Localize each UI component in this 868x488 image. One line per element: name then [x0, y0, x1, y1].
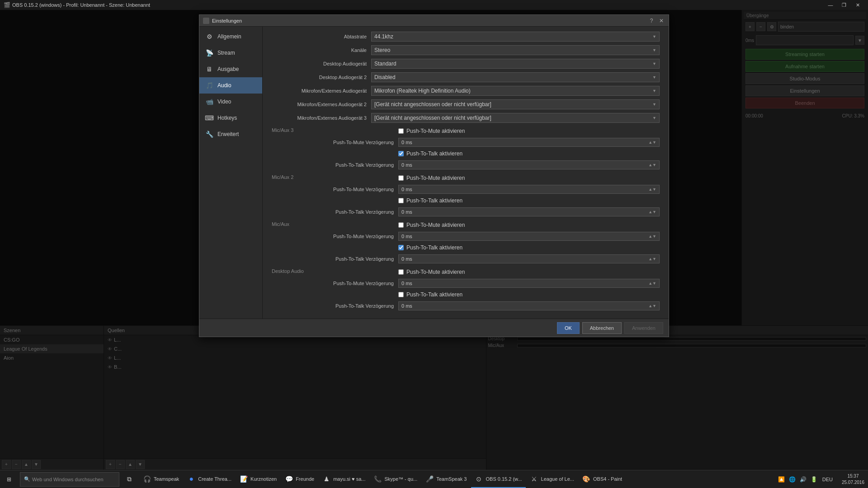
mic-aux2-content: Push-To-Mute aktivieren Push-To-Mute Ver… — [308, 173, 660, 218]
ts3-label: TeamSpeak 3 — [436, 476, 467, 482]
abtastrate-label: Abtastrate — [272, 34, 371, 39]
taskbar-ts3[interactable]: 🎤 TeamSpeak 3 — [422, 471, 470, 488]
chrome-label: Create Threa... — [198, 476, 231, 482]
desktop-audio-row: Desktop Audiogerät Standard ▼ — [272, 58, 660, 69]
abtastrate-value: 44.1khz — [374, 33, 393, 40]
dialog-close-button[interactable]: ✕ — [658, 17, 665, 24]
mic-aux3-talk-checkbox[interactable] — [398, 151, 404, 156]
taskbar-clock[interactable]: 15:37 25.07.2016 — [838, 473, 868, 486]
desktop-audio-arrow: ▼ — [652, 61, 656, 66]
mic-aux3-mute-checkbox[interactable] — [398, 128, 404, 134]
mic-aux-talk-delay-row: Push-To-Talk Verzögerung 0 ms ▲▼ — [308, 254, 660, 264]
abbrechen-button[interactable]: Abbrechen — [582, 322, 622, 334]
mikrofon3-dropdown[interactable]: [Gerät nicht angeschlossen oder nicht ve… — [371, 113, 660, 123]
ok-button[interactable]: OK — [557, 322, 580, 334]
tray-expand[interactable]: 🔼 — [777, 475, 786, 484]
nav-erweitert[interactable]: 🔧 Erweitert — [199, 126, 262, 142]
taskbar-obs[interactable]: ⊙ OBS 0.15.2 (w... — [471, 471, 525, 488]
mikrofon-dropdown[interactable]: Mikrofon (Realtek High Definition Audio)… — [371, 86, 660, 96]
mic-aux-talk-row: Push-To-Talk aktivieren — [308, 243, 660, 253]
desktop-talk-checkbox[interactable] — [398, 292, 404, 297]
mic-aux-talk-checkbox[interactable] — [398, 245, 404, 250]
mic-aux-mute-delay-spinner[interactable]: 0 ms ▲▼ — [398, 232, 660, 241]
skype-icon: 📞 — [373, 475, 382, 483]
mikrofon2-row: Mikrofon/Externes Audiogerät 2 [Gerät ni… — [272, 99, 660, 110]
app-icon: 🎬 — [4, 2, 10, 8]
taskbar-teamspeak[interactable]: 🎧 Teamspeak — [139, 471, 183, 488]
desktop-audio2-value: Disabled — [374, 74, 396, 80]
abtastrate-arrow: ▼ — [652, 34, 656, 39]
taskbar-skype[interactable]: 📞 Skype™ - qu... — [370, 471, 421, 488]
battery-icon[interactable]: 🔋 — [810, 475, 819, 484]
video-icon: 📹 — [205, 97, 214, 106]
taskbar-steam[interactable]: ♟ mayu.si ♥ sa... — [319, 471, 369, 488]
ausgabe-icon: 🖥 — [205, 65, 214, 74]
erweitert-icon: 🔧 — [205, 130, 214, 139]
dialog-body: ⚙ Allgemein 📡 Stream 🖥 Ausgabe 🎵 Audio 📹 — [199, 27, 669, 319]
task-view-icon: ⧉ — [127, 475, 132, 483]
nav-hotkeys[interactable]: ⌨ Hotkeys — [199, 110, 262, 126]
mic-aux3-label: Mic/Aux 3 — [272, 126, 308, 133]
taskbar-search[interactable]: 🔍 Web und Windows durchsuchen — [20, 472, 119, 487]
restore-button[interactable]: ❐ — [837, 0, 851, 10]
stream-icon: 📡 — [205, 48, 214, 57]
paint-icon: 🎨 — [582, 475, 590, 483]
kanaele-row: Kanäle Stereo ▼ — [272, 45, 660, 56]
audio-icon: 🎵 — [205, 81, 214, 90]
mic-aux3-talk-row: Push-To-Talk aktivieren — [308, 149, 660, 159]
taskbar-chrome[interactable]: ● Create Threa... — [184, 471, 235, 488]
taskbar-lol[interactable]: ⚔ League of Le... — [527, 471, 578, 488]
mic-aux3-content: Push-To-Mute aktivieren Push-To-Mute Ver… — [308, 126, 660, 171]
nav-audio[interactable]: 🎵 Audio — [199, 77, 262, 94]
start-icon: ⊞ — [7, 476, 11, 483]
dialog-help-button[interactable]: ? — [648, 17, 655, 24]
ts3-icon: 🎤 — [425, 475, 434, 483]
mic-aux2-mute-delay-row: Push-To-Mute Verzögerung 0 ms ▲▼ — [308, 184, 660, 194]
abtastrate-dropdown[interactable]: 44.1khz ▼ — [371, 32, 660, 42]
lang-indicator[interactable]: DEU — [821, 477, 835, 482]
mic-aux-mute-checkbox[interactable] — [398, 222, 404, 228]
desktop-talk-delay-spinner[interactable]: 0 ms ▲▼ — [398, 301, 660, 310]
desktop-talk-row: Push-To-Talk aktivieren — [308, 290, 660, 300]
network-icon[interactable]: 🌐 — [788, 475, 797, 484]
desktop-audio2-dropdown[interactable]: Disabled ▼ — [371, 72, 660, 82]
mic-aux2-mute-checkbox[interactable] — [398, 175, 404, 181]
desktop-audio-dropdown[interactable]: Standard ▼ — [371, 59, 660, 69]
minimize-button[interactable]: — — [824, 0, 837, 10]
nav-video[interactable]: 📹 Video — [199, 94, 262, 110]
start-button[interactable]: ⊞ — [0, 470, 18, 488]
desktop-audio2-label: Desktop Audiogerät 2 — [272, 75, 371, 80]
taskbar-sticky[interactable]: 📝 Kurznotizen — [236, 471, 280, 488]
hotkeys-icon: ⌨ — [205, 113, 214, 122]
mic-aux2-talk-delay-spinner[interactable]: 0 ms ▲▼ — [398, 207, 660, 216]
mikrofon3-row: Mikrofon/Externes Audiogerät 3 [Gerät ni… — [272, 113, 660, 123]
taskbar-paint[interactable]: 🎨 OBS4 - Paint — [579, 471, 626, 488]
taskbar-skype2[interactable]: 💬 Freunde — [281, 471, 318, 488]
mic-aux2-talk-checkbox[interactable] — [398, 198, 404, 203]
task-view-button[interactable]: ⧉ — [121, 470, 137, 488]
mic-aux2-mute-delay-spinner[interactable]: 0 ms ▲▼ — [398, 185, 660, 194]
close-button[interactable]: ✕ — [851, 0, 864, 10]
mic-aux3-mute-delay-spinner[interactable]: 0 ms ▲▼ — [398, 138, 660, 147]
lol-label: League of Le... — [541, 476, 574, 482]
desktop-talk-delay-row: Push-To-Talk Verzögerung 0 ms ▲▼ — [308, 301, 660, 311]
nav-ausgabe[interactable]: 🖥 Ausgabe — [199, 61, 262, 77]
kanaele-dropdown[interactable]: Stereo ▼ — [371, 45, 660, 55]
steam-label: mayu.si ♥ sa... — [333, 476, 365, 482]
sticky-icon: 📝 — [240, 475, 248, 483]
desktop-audio-block-label: Desktop Audio — [272, 267, 308, 274]
anwenden-button[interactable]: Anwenden — [624, 322, 663, 334]
taskbar-tray: 🔼 🌐 🔊 🔋 DEU — [774, 475, 838, 484]
mic-aux3-talk-delay-spinner[interactable]: 0 ms ▲▼ — [398, 160, 660, 169]
mic-aux-talk-delay-spinner[interactable]: 0 ms ▲▼ — [398, 254, 660, 263]
taskbar: ⊞ 🔍 Web und Windows durchsuchen ⧉ 🎧 Team… — [0, 470, 868, 488]
desktop-audio-value: Standard — [374, 61, 396, 67]
kanaele-arrow: ▼ — [652, 48, 656, 52]
nav-stream[interactable]: 📡 Stream — [199, 45, 262, 61]
nav-allgemein[interactable]: ⚙ Allgemein — [199, 28, 262, 45]
desktop-mute-delay-spinner[interactable]: 0 ms ▲▼ — [398, 279, 660, 288]
mikrofon2-dropdown[interactable]: [Gerät nicht angeschlossen oder nicht ve… — [371, 99, 660, 109]
lol-icon: ⚔ — [530, 475, 538, 483]
volume-icon[interactable]: 🔊 — [799, 475, 808, 484]
desktop-mute-checkbox[interactable] — [398, 269, 404, 275]
